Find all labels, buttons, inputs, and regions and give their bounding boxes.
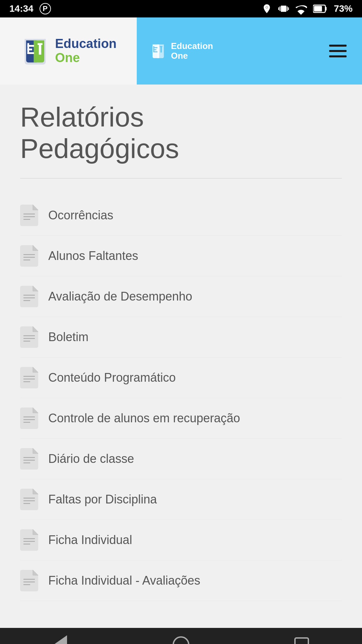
svg-rect-14 — [161, 47, 162, 53]
report-item[interactable]: Diário de classe — [20, 439, 342, 479]
logo-icon — [20, 36, 50, 66]
svg-rect-3 — [314, 6, 322, 12]
nav-education: Education — [171, 41, 213, 51]
document-icon — [20, 570, 38, 591]
svg-rect-15 — [160, 46, 162, 47]
document-icon — [20, 205, 38, 226]
svg-rect-8 — [39, 44, 41, 55]
logo-one: One — [55, 51, 117, 65]
document-icon — [20, 245, 38, 267]
report-label: Ficha Individual — [48, 533, 132, 547]
report-item[interactable]: Ocorrências — [20, 195, 342, 236]
title-divider — [20, 178, 342, 178]
back-icon — [54, 635, 67, 644]
logo-text: Education One — [55, 37, 117, 65]
svg-rect-13 — [153, 46, 154, 52]
report-item[interactable]: Conteúdo Programático — [20, 358, 342, 398]
battery-icon — [313, 3, 328, 14]
hamburger-line-1 — [329, 45, 347, 47]
document-icon — [20, 286, 38, 307]
report-item[interactable]: Ficha Individual - Avaliações — [20, 560, 342, 601]
report-item[interactable]: Alunos Faltantes — [20, 236, 342, 276]
svg-rect-2 — [325, 7, 327, 11]
report-label: Diário de classe — [48, 452, 134, 466]
status-left: 14:34 P — [9, 3, 51, 14]
vibrate-icon — [278, 3, 289, 14]
status-bar: 14:34 P 73% — [0, 0, 362, 17]
hamburger-line-3 — [329, 55, 347, 57]
nav-logo-icon — [149, 42, 168, 60]
svg-point-0 — [266, 6, 267, 8]
logo-education: Education — [55, 37, 117, 51]
report-item[interactable]: Controle de alunos em recuperação — [20, 398, 342, 439]
report-label: Alunos Faltantes — [48, 249, 138, 263]
svg-rect-7 — [27, 43, 29, 54]
report-label: Avaliação de Desempenho — [48, 289, 192, 304]
header: Education One Education One — [0, 17, 362, 85]
logo-container: Education One — [20, 36, 117, 66]
recent-button[interactable] — [292, 635, 312, 644]
status-right: 73% — [261, 3, 353, 15]
document-icon — [20, 367, 38, 388]
battery-percent: 73% — [334, 3, 353, 14]
document-icon — [20, 489, 38, 510]
document-icon — [20, 408, 38, 429]
report-label: Controle de alunos em recuperação — [48, 411, 240, 425]
report-label: Ficha Individual - Avaliações — [48, 574, 200, 588]
report-item[interactable]: Faltas por Disciplina — [20, 479, 342, 520]
status-time: 14:34 — [9, 3, 34, 14]
report-item[interactable]: Avaliação de Desempenho — [20, 276, 342, 317]
bottom-bar — [0, 628, 362, 644]
back-button[interactable] — [50, 635, 70, 644]
recent-icon — [294, 637, 309, 644]
nav-one: One — [171, 51, 213, 61]
main-content: Relatórios Pedagógicos Ocorrências — [0, 85, 362, 628]
home-button[interactable] — [171, 635, 191, 644]
page-title: Relatórios Pedagógicos — [20, 101, 342, 165]
nav-logo-text: Education One — [171, 41, 213, 60]
report-label: Boletim — [48, 330, 88, 344]
report-label: Faltas por Disciplina — [48, 492, 157, 506]
report-list: Ocorrências Alunos Faltantes — [20, 195, 342, 601]
wifi-icon — [295, 3, 307, 15]
header-nav-section: Education One — [137, 17, 362, 85]
hamburger-menu[interactable] — [326, 41, 350, 61]
hamburger-line-2 — [329, 50, 347, 52]
document-icon — [20, 529, 38, 551]
report-item[interactable]: Boletim — [20, 317, 342, 358]
document-icon — [20, 326, 38, 348]
home-icon — [173, 636, 189, 644]
header-logo-section: Education One — [0, 17, 137, 85]
nav-logo: Education One — [149, 41, 213, 60]
alarm-icon — [261, 3, 272, 14]
parking-icon: P — [40, 3, 51, 14]
svg-rect-9 — [38, 43, 42, 45]
document-icon — [20, 448, 38, 470]
report-label: Conteúdo Programático — [48, 371, 176, 385]
report-label: Ocorrências — [48, 208, 113, 222]
report-item[interactable]: Ficha Individual — [20, 520, 342, 560]
